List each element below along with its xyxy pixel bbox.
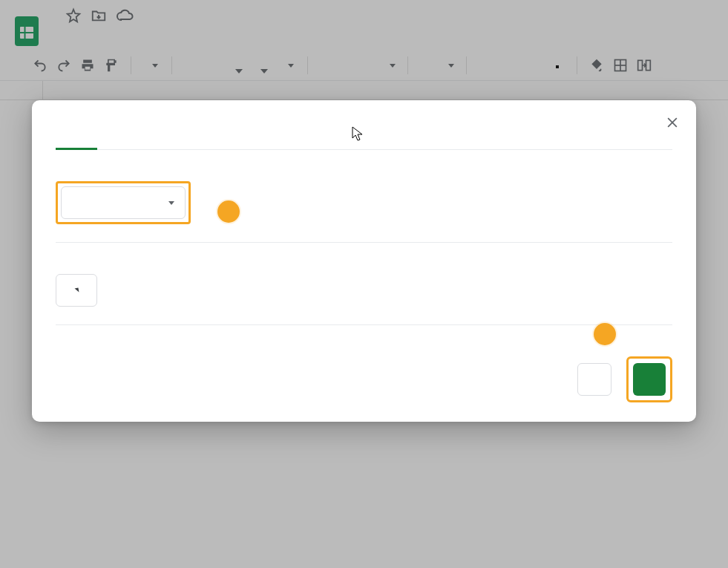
chevron-down-icon xyxy=(74,288,79,293)
chevron-down-icon xyxy=(168,201,174,205)
dialog-backdrop xyxy=(0,0,728,568)
annotation-badge-1 xyxy=(217,200,240,223)
locale-help-text xyxy=(308,171,672,224)
mouse-cursor-icon xyxy=(352,126,364,141)
settings-dialog xyxy=(32,100,696,422)
annotation-highlight-save xyxy=(626,356,672,402)
tab-calculation[interactable] xyxy=(139,139,180,149)
timezone-help-text xyxy=(308,264,672,307)
display-language-row xyxy=(56,325,672,342)
timezone-dropdown[interactable] xyxy=(56,274,97,307)
annotation-highlight-locale xyxy=(56,181,191,224)
cancel-button[interactable] xyxy=(577,363,611,396)
annotation-badge-2 xyxy=(594,323,616,345)
dialog-tabs xyxy=(56,139,672,150)
tab-general[interactable] xyxy=(56,139,97,149)
save-settings-button[interactable] xyxy=(633,363,666,396)
timezone-section xyxy=(56,243,672,325)
locale-dropdown[interactable] xyxy=(61,186,186,219)
locale-section xyxy=(56,150,672,243)
dialog-actions xyxy=(56,356,672,402)
close-icon[interactable] xyxy=(665,115,680,130)
